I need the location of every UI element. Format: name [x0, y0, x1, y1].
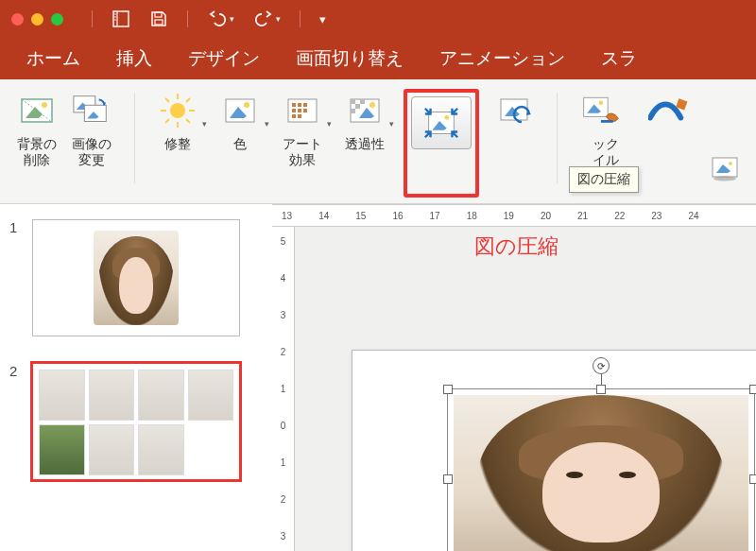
annotation-text: 図の圧縮 [474, 232, 558, 261]
color-label: 色 [233, 136, 247, 152]
svg-point-2 [114, 13, 116, 15]
picture-border-button[interactable] [644, 89, 692, 198]
picture-effects-button[interactable] [703, 146, 750, 190]
svg-rect-31 [292, 109, 296, 112]
thumbnail-slide-2[interactable] [32, 363, 240, 480]
ribbon: 背景の削除 画像の変更 修整 色 アート効果 透過性 [0, 79, 756, 204]
ribbon-separator [134, 93, 135, 183]
svg-rect-34 [292, 114, 296, 118]
svg-rect-28 [292, 103, 296, 107]
change-picture-icon [72, 91, 112, 130]
workspace: 1 2 131415161718192021222324 [0, 204, 756, 551]
svg-line-20 [165, 98, 169, 102]
corrections-button[interactable]: 修整 [154, 89, 201, 198]
svg-point-15 [170, 103, 185, 118]
change-picture-button[interactable]: 画像の変更 [68, 89, 115, 170]
svg-point-4 [114, 19, 116, 21]
transparency-icon [345, 91, 385, 130]
qat-separator [92, 10, 93, 27]
remove-background-label: 背景の削除 [17, 136, 57, 168]
reset-picture-button[interactable] [490, 89, 538, 198]
picture-effects-icon [707, 148, 747, 188]
slide-canvas[interactable]: ⟳ [352, 350, 756, 551]
thumbnail-content-grid [33, 364, 239, 479]
svg-point-50 [599, 101, 604, 106]
window-controls [11, 13, 63, 26]
svg-rect-29 [298, 103, 301, 107]
resize-handle-ml[interactable] [443, 474, 453, 484]
vertical-ruler: 543210123 [272, 227, 295, 551]
compress-pictures-tooltip: 図の圧縮 [569, 166, 639, 193]
artistic-effects-label: アート効果 [283, 136, 322, 168]
close-window-button[interactable] [11, 13, 24, 26]
qat-separator [187, 10, 188, 27]
save-icon[interactable] [149, 9, 168, 28]
thumbnail-number: 2 [9, 363, 23, 480]
quick-styles-icon [580, 91, 620, 130]
svg-rect-6 [155, 20, 163, 25]
resize-handle-tl[interactable] [443, 385, 453, 394]
file-menu-icon[interactable] [112, 9, 130, 28]
thumbnail-item[interactable]: 1 [9, 219, 259, 336]
svg-point-9 [42, 102, 47, 108]
svg-point-3 [114, 16, 116, 18]
tab-design[interactable]: デザイン [188, 46, 260, 71]
resize-handle-tm[interactable] [596, 385, 606, 394]
artistic-effects-button[interactable]: アート効果 [279, 89, 326, 198]
thumbnail-item[interactable]: 2 [9, 363, 259, 480]
svg-rect-30 [303, 103, 307, 107]
redo-icon[interactable]: ▾ [253, 10, 281, 27]
reset-picture-icon [494, 91, 534, 130]
tab-home[interactable]: ホーム [26, 46, 80, 71]
slide-editor: 131415161718192021222324 543210123 図の圧縮 … [272, 204, 756, 551]
change-picture-label: 画像の変更 [72, 136, 112, 168]
compress-pictures-button[interactable] [411, 96, 472, 149]
canvas-area[interactable]: 図の圧縮 ⟳ [295, 227, 756, 551]
undo-icon[interactable]: ▾ [207, 10, 234, 27]
tab-insert[interactable]: 挿入 [116, 46, 152, 71]
artistic-effects-icon [283, 91, 322, 130]
svg-rect-51 [601, 120, 613, 123]
svg-line-22 [186, 98, 190, 102]
tab-transitions[interactable]: 画面切り替え [296, 46, 404, 71]
color-icon [220, 91, 260, 130]
svg-rect-37 [351, 99, 355, 104]
minimize-window-button[interactable] [31, 13, 43, 26]
remove-background-button[interactable]: 背景の削除 [13, 89, 60, 170]
resize-handle-tr[interactable] [749, 385, 756, 394]
horizontal-ruler: 131415161718192021222324 [272, 204, 756, 227]
thumbnail-number: 1 [9, 219, 23, 336]
quick-styles-label: ックイル [581, 136, 619, 168]
zoom-window-button[interactable] [51, 13, 63, 26]
color-button[interactable]: 色 [216, 89, 264, 198]
rotate-icon: ⟳ [597, 361, 605, 371]
image-content [454, 395, 748, 551]
tab-slideshow[interactable]: スラ [601, 46, 637, 71]
svg-rect-40 [351, 109, 355, 113]
annotation-highlight-box [404, 89, 479, 198]
qat-separator [300, 10, 301, 27]
thumbnail-slide-1[interactable] [32, 219, 240, 336]
svg-line-23 [165, 119, 169, 123]
svg-point-26 [244, 102, 249, 108]
ribbon-tabs: ホーム 挿入 デザイン 画面切り替え アニメーション スラ [0, 38, 756, 79]
svg-rect-32 [298, 109, 301, 112]
remove-background-icon [17, 91, 57, 130]
picture-border-icon [648, 91, 688, 130]
slide-thumbnails-panel: 1 2 [0, 204, 272, 551]
transparency-button[interactable]: 透過性 [341, 89, 388, 198]
selected-image[interactable]: ⟳ [447, 388, 755, 551]
svg-point-55 [729, 162, 732, 165]
compress-pictures-icon [421, 103, 461, 143]
svg-line-21 [186, 119, 190, 123]
ribbon-separator [557, 93, 558, 183]
titlebar: ▾ ▾ ▾ [0, 0, 756, 38]
rotate-handle[interactable]: ⟳ [593, 357, 610, 374]
svg-rect-35 [298, 114, 301, 118]
resize-handle-mr[interactable] [749, 474, 756, 484]
svg-rect-33 [303, 109, 307, 112]
customize-qat-icon[interactable]: ▾ [319, 12, 326, 26]
corrections-label: 修整 [164, 136, 191, 152]
corrections-icon [158, 91, 198, 130]
tab-animations[interactable]: アニメーション [439, 46, 565, 71]
